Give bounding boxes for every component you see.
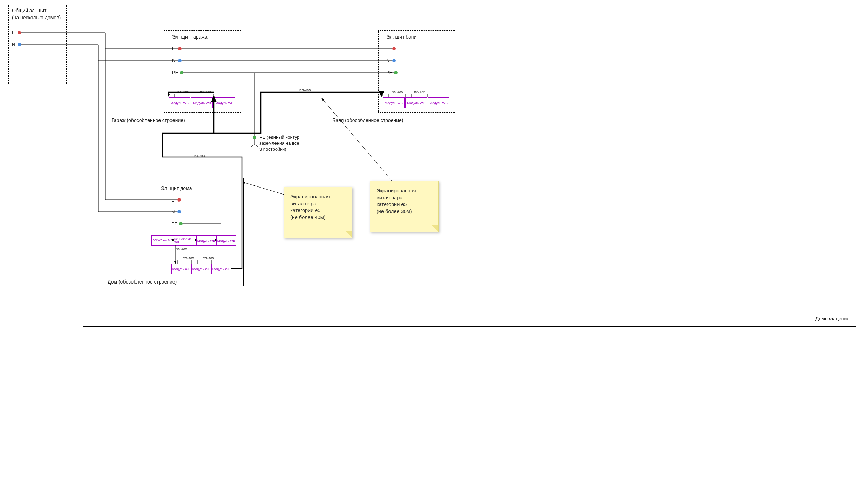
- garage-module-1: Модуль WB: [169, 97, 190, 108]
- house-rs-top: RS-485: [176, 247, 187, 251]
- bath-N-dot: [392, 59, 396, 62]
- bath-N-label: N: [386, 58, 389, 63]
- main-panel-title1: Общий эл. щит: [12, 8, 47, 13]
- garage-N-label: N: [172, 58, 175, 63]
- bath-rs-1: RS-485: [392, 90, 403, 94]
- house-rs-ext: RS-485: [194, 154, 205, 157]
- house-rs-b1: RS-485: [183, 256, 194, 260]
- main-panel-title2: (на несколько домов): [12, 15, 61, 20]
- bath-rs-3: RS-485: [299, 88, 311, 92]
- main-panel-L-label: L: [12, 30, 14, 35]
- house-top-module-2: Контроллер WB: [174, 235, 196, 246]
- pe-line2: заземления на все: [259, 141, 299, 146]
- garage-L-label: L: [172, 46, 175, 51]
- garage-panel-title: Эл. щит гаража: [172, 34, 208, 40]
- note-cable-40m: Экранированная витая пара категории e5 (…: [284, 187, 352, 238]
- house-bottom-module-1: Модуль WB: [171, 264, 191, 274]
- note-cable-30m: Экранированная витая пара категории e5 (…: [370, 181, 439, 232]
- note-cable-40m-text: Экранированная витая пара категории e5 (…: [290, 193, 346, 221]
- note-cable-30m-text: Экранированная витая пара категории e5 (…: [377, 188, 432, 215]
- house-PE-dot: [179, 222, 183, 225]
- house-panel: [148, 182, 240, 277]
- main-panel-N-dot: [18, 43, 21, 46]
- garage-module-2: Модуль WB: [191, 97, 213, 108]
- house-bottom-module-3: Модуль WB: [211, 264, 231, 274]
- bath-PE-label: PE: [386, 70, 392, 75]
- garage-module-3: Модуль WB: [213, 97, 235, 108]
- house-N-label: N: [171, 209, 175, 215]
- ownership-label: Домовладение: [815, 316, 849, 321]
- house-top-module-3: Модуль WB: [196, 235, 216, 246]
- bath-module-3: Модуль WB: [428, 97, 449, 108]
- garage-L-dot: [178, 47, 182, 50]
- bath-PE-dot: [394, 71, 398, 74]
- house-rs-b2: RS-485: [203, 256, 214, 260]
- house-building-title: Дом (обособленное строение): [108, 279, 177, 285]
- bath-module-1: Модуль WB: [383, 97, 405, 108]
- pe-line1: PE (единый контур: [259, 135, 299, 140]
- pe-line3: 3 постройки): [259, 147, 286, 152]
- house-top-module-4: Модуль WB: [216, 235, 236, 246]
- garage-PE-dot: [180, 71, 183, 74]
- bath-panel-title: Эл. щит бани: [386, 34, 416, 40]
- house-N-dot: [177, 210, 181, 213]
- garage-building-title: Гараж (обособленное строение): [111, 117, 185, 123]
- garage-rs-2: RS-485: [200, 90, 211, 94]
- house-panel-title: Эл. щит дома: [161, 185, 192, 191]
- garage-N-dot: [178, 59, 182, 62]
- main-panel-L-dot: [18, 31, 21, 34]
- house-bottom-module-2: Модуль WB: [191, 264, 211, 274]
- pe-common-dot: [253, 136, 256, 139]
- bath-module-2: Модуль WB: [405, 97, 427, 108]
- garage-PE-label: PE: [172, 70, 178, 75]
- house-L-label: L: [171, 197, 174, 203]
- bath-rs-2: RS-485: [414, 90, 425, 94]
- house-top-module-1: БП WB на 24В: [151, 235, 174, 246]
- garage-rs-1: RS-485: [177, 90, 189, 94]
- bath-building-title: Баня (обособленное строение): [332, 117, 403, 123]
- house-PE-label: PE: [171, 221, 177, 226]
- house-L-dot: [177, 198, 181, 202]
- main-panel-N-label: N: [12, 42, 15, 47]
- bath-L-dot: [392, 47, 396, 50]
- bath-L-label: L: [386, 46, 389, 51]
